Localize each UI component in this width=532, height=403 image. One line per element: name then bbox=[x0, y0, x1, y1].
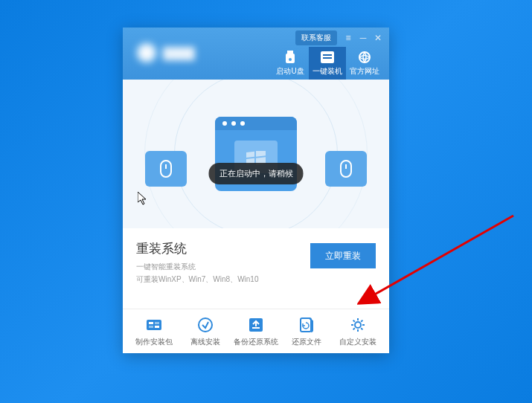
tab-onekey-install[interactable]: 一键装机 bbox=[309, 47, 346, 80]
svg-rect-8 bbox=[256, 151, 266, 157]
package-icon bbox=[145, 316, 163, 334]
main-title: 重装系统 bbox=[136, 240, 258, 257]
svg-rect-5 bbox=[323, 57, 332, 59]
tab-label: 一键装机 bbox=[313, 66, 342, 77]
svg-point-2 bbox=[289, 58, 292, 61]
install-icon bbox=[320, 51, 335, 64]
tool-label: 自定义安装 bbox=[339, 337, 376, 347]
restore-icon bbox=[298, 316, 315, 334]
gear-icon bbox=[349, 316, 367, 334]
tab-website[interactable]: 官方网址 bbox=[346, 47, 383, 80]
tool-label: 制作安装包 bbox=[135, 337, 173, 347]
svg-rect-0 bbox=[287, 51, 293, 54]
tool-custom-install[interactable]: 自定义安装 bbox=[336, 316, 380, 347]
tab-label: 官方网址 bbox=[350, 66, 379, 77]
app-window: ████ 联系客服 ≡ ─ ✕ 启动U盘 一键装机 bbox=[123, 28, 389, 353]
svg-rect-18 bbox=[252, 327, 260, 329]
svg-point-20 bbox=[355, 322, 361, 328]
svg-rect-7 bbox=[246, 152, 254, 158]
tab-usb-boot[interactable]: 启动U盘 bbox=[272, 47, 309, 80]
titlebar: ████ 联系客服 ≡ ─ ✕ 启动U盘 一键装机 bbox=[123, 28, 389, 80]
tool-offline-install[interactable]: 离线安装 bbox=[183, 316, 228, 347]
window-controls: 联系客服 ≡ ─ ✕ bbox=[295, 30, 385, 45]
offline-icon bbox=[196, 316, 214, 334]
loading-toast: 正在启动中，请稍候 bbox=[209, 163, 304, 184]
logo-area: ████ bbox=[123, 28, 195, 63]
close-button[interactable]: ✕ bbox=[371, 32, 385, 44]
hero-illustration: 正在启动中，请稍候 bbox=[123, 80, 389, 228]
svg-rect-13 bbox=[155, 322, 159, 324]
svg-rect-15 bbox=[155, 326, 159, 328]
tool-label: 还原文件 bbox=[292, 337, 321, 347]
main-text: 重装系统 一键智能重装系统 可重装WinXP、Win7、Win8、Win10 bbox=[136, 240, 258, 285]
decoration-right bbox=[325, 151, 367, 187]
toolbar: 制作安装包 离线安装 备份还原系统 还原文件 自定义安装 bbox=[123, 309, 389, 353]
tool-make-package[interactable]: 制作安装包 bbox=[132, 316, 176, 347]
contact-support-button[interactable]: 联系客服 bbox=[295, 30, 337, 45]
svg-rect-12 bbox=[149, 322, 153, 324]
svg-line-21 bbox=[372, 216, 513, 296]
svg-rect-14 bbox=[149, 326, 153, 328]
logo-icon bbox=[136, 42, 157, 63]
minimize-button[interactable]: ─ bbox=[356, 32, 370, 44]
usb-icon bbox=[283, 51, 298, 64]
tool-backup-restore[interactable]: 备份还原系统 bbox=[234, 316, 278, 347]
nav-tabs: 启动U盘 一键装机 官方网址 bbox=[272, 47, 383, 80]
svg-point-16 bbox=[199, 318, 212, 332]
svg-point-6 bbox=[359, 52, 370, 62]
backup-icon bbox=[247, 316, 265, 334]
tool-label: 离线安装 bbox=[190, 337, 220, 347]
menu-button[interactable]: ≡ bbox=[342, 32, 355, 44]
tool-label: 备份还原系统 bbox=[234, 337, 278, 347]
svg-rect-11 bbox=[147, 320, 161, 330]
globe-icon bbox=[357, 51, 372, 64]
svg-rect-4 bbox=[323, 54, 332, 56]
decoration-left bbox=[145, 151, 187, 187]
tab-label: 启动U盘 bbox=[276, 66, 304, 77]
tool-restore-files[interactable]: 还原文件 bbox=[284, 316, 329, 347]
main-subtitle-1: 一键智能重装系统 bbox=[136, 262, 258, 272]
main-subtitle-2: 可重装WinXP、Win7、Win8、Win10 bbox=[136, 274, 258, 285]
logo-text: ████ bbox=[163, 47, 195, 59]
main-section: 重装系统 一键智能重装系统 可重装WinXP、Win7、Win8、Win10 立… bbox=[123, 228, 389, 285]
svg-rect-19 bbox=[301, 318, 311, 332]
reinstall-now-button[interactable]: 立即重装 bbox=[310, 243, 376, 268]
